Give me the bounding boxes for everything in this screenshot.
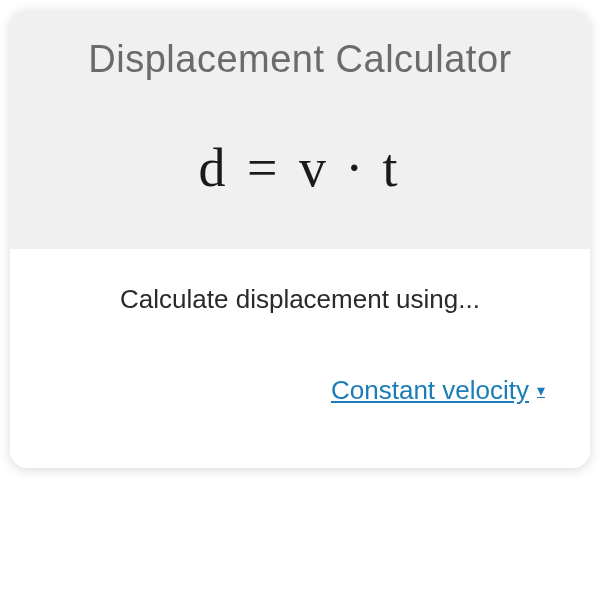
selector-label: Constant velocity (331, 375, 529, 406)
formula-panel: d = v · t (10, 97, 590, 249)
body-section: Calculate displacement using... Constant… (10, 249, 590, 468)
calculator-card: Displacement Calculator d = v · t Calcul… (10, 10, 590, 468)
formula-expression: d = v · t (40, 137, 560, 199)
prompt-text: Calculate displacement using... (40, 284, 560, 315)
chevron-down-icon: ▾ (537, 381, 545, 400)
card-header: Displacement Calculator (10, 10, 590, 97)
method-selector[interactable]: Constant velocity ▾ (331, 375, 545, 408)
selector-row: Constant velocity ▾ (40, 375, 560, 408)
page-title: Displacement Calculator (40, 38, 560, 81)
